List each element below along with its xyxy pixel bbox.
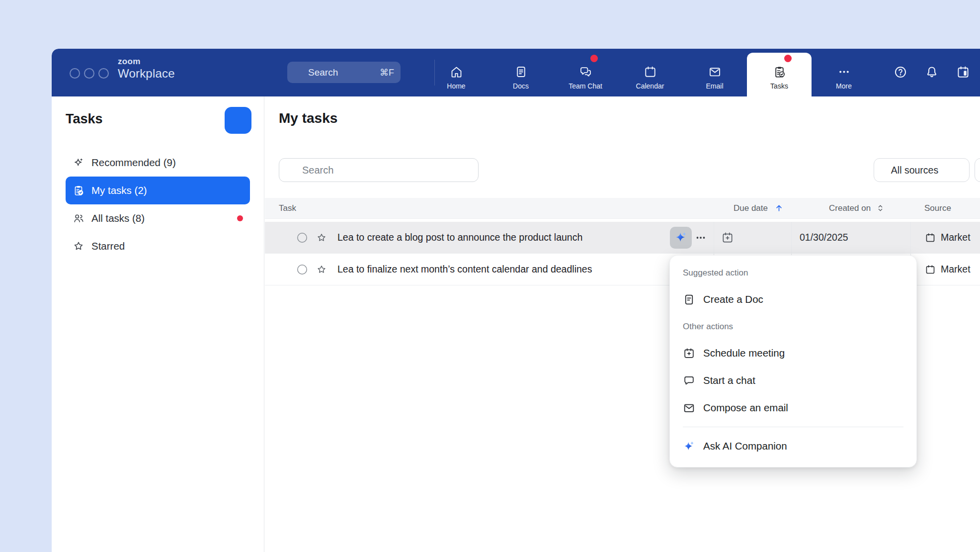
column-header-created-on[interactable]: Created on <box>791 203 910 213</box>
topbar-right-icons <box>894 65 970 79</box>
menu-item-ask-ai-companion[interactable]: Ask AI Companion <box>683 435 903 457</box>
all-sources-dropdown[interactable]: All sources <box>874 158 970 182</box>
table-header: TaskDue dateCreated onSource <box>265 198 980 219</box>
nav-item-label: Home <box>447 82 465 90</box>
people-icon <box>73 212 84 224</box>
sidebar-item-my-tasks[interactable]: My tasks (2) <box>66 177 250 204</box>
sort-both-icon <box>876 204 885 212</box>
calendar-icon <box>925 232 936 243</box>
notification-dot <box>784 55 792 62</box>
help-icon[interactable] <box>894 65 907 79</box>
column-header-source: Source <box>910 203 980 213</box>
nav-item-tasks[interactable]: Tasks <box>747 53 812 96</box>
sidebar-item-label: Recommended (9) <box>91 157 176 169</box>
email-icon <box>708 65 722 79</box>
bell-icon[interactable] <box>925 65 939 79</box>
calendar-panel-icon[interactable] <box>956 65 970 79</box>
menu-item-schedule-meeting[interactable]: Schedule meeting <box>683 342 903 364</box>
source-cell: Market <box>910 222 980 253</box>
calendar-icon <box>644 65 657 79</box>
plus-icon <box>232 114 244 126</box>
clipboard-check-icon <box>73 184 84 196</box>
column-label: Source <box>924 203 951 213</box>
top-bar: zoom Workplace Search ⌘F HomeDocsTeam Ch… <box>52 49 980 96</box>
nav-item-home[interactable]: Home <box>424 49 489 96</box>
menu-divider <box>683 427 903 427</box>
global-search-placeholder: Search <box>308 67 338 78</box>
clipped-filter-button[interactable] <box>975 158 980 182</box>
zoom-workplace-logo: zoom Workplace <box>118 57 175 80</box>
ai-sparkle-icon <box>683 440 695 453</box>
nav-item-label: Team Chat <box>569 82 602 90</box>
calendar-plus-icon <box>683 347 695 360</box>
column-label: Due date <box>734 203 768 213</box>
column-header-due-date[interactable]: Due date <box>714 203 791 213</box>
sidebar-item-label: My tasks (2) <box>91 184 147 196</box>
menu-item-compose-an-email[interactable]: Compose an email <box>683 397 903 419</box>
task-search-input[interactable]: Search <box>279 158 479 182</box>
menu-item-create-a-doc[interactable]: Create a Doc <box>683 288 903 310</box>
search-icon <box>294 68 303 77</box>
sidebar-title: Tasks <box>66 111 103 127</box>
nav-item-email[interactable]: Email <box>682 49 747 96</box>
search-shortcut: ⌘F <box>380 67 394 78</box>
sparkle-icon <box>73 157 84 169</box>
page-title: My tasks <box>279 110 337 126</box>
sidebar-item-label: All tasks (8) <box>91 212 145 224</box>
task-cell: Lea to finalize next month’s content cal… <box>265 254 714 285</box>
menu-item-label: Start a chat <box>703 374 755 386</box>
window-control-minimize[interactable] <box>84 68 94 79</box>
all-sources-label: All sources <box>891 165 938 176</box>
sidebar-item-all-tasks[interactable]: All tasks (8) <box>66 204 250 232</box>
nav-item-team-chat[interactable]: Team Chat <box>553 49 618 96</box>
sidebar-item-starred[interactable]: Starred <box>66 232 250 260</box>
nav-item-label: Docs <box>513 82 529 90</box>
doc-icon <box>683 293 695 306</box>
source-value: Market <box>941 264 971 275</box>
task-cell: Lea to create a blog post to announce th… <box>265 222 714 253</box>
task-actions-menu: Suggested actionCreate a DocOther action… <box>669 255 917 467</box>
app-window: zoom Workplace Search ⌘F HomeDocsTeam Ch… <box>52 49 980 552</box>
plus-icon <box>291 297 304 310</box>
menu-item-label: Schedule meeting <box>703 347 785 359</box>
ai-companion-button[interactable] <box>670 227 692 249</box>
menu-item-label: Compose an email <box>703 402 788 414</box>
nav-item-more[interactable]: More <box>812 49 876 96</box>
menu-item-start-a-chat[interactable]: Start a chat <box>683 369 903 391</box>
menu-section-label: Suggested action <box>683 267 903 279</box>
due-date-add-button[interactable] <box>721 231 734 244</box>
task-checkbox[interactable] <box>296 232 308 244</box>
chat-icon <box>683 374 695 387</box>
nav-item-label: Tasks <box>770 82 788 90</box>
new-task-button[interactable] <box>225 107 251 134</box>
nav-item-calendar[interactable]: Calendar <box>618 49 682 96</box>
window-controls[interactable] <box>70 68 109 79</box>
star-icon[interactable] <box>316 264 327 275</box>
row-more-button[interactable] <box>695 232 707 244</box>
window-control-maximize[interactable] <box>98 68 109 79</box>
sidebar-item-recommended[interactable]: Recommended (9) <box>66 149 250 177</box>
source-cell: Market <box>910 254 980 285</box>
nav-item-label: More <box>836 82 852 90</box>
menu-item-label: Ask AI Companion <box>703 440 787 452</box>
notification-dot <box>590 55 598 62</box>
task-row[interactable]: Lea to create a blog post to announce th… <box>265 222 980 254</box>
ai-sparkle-icon <box>674 231 688 244</box>
chevron-down-icon <box>943 166 952 175</box>
window-control-close[interactable] <box>70 68 80 79</box>
back-icon[interactable] <box>182 67 193 78</box>
sidebar-item-label: Starred <box>91 240 125 252</box>
envelope-icon <box>683 402 695 414</box>
brand-zoom: zoom <box>118 57 175 66</box>
task-checkbox[interactable] <box>296 264 308 276</box>
nav-item-docs[interactable]: Docs <box>489 49 553 96</box>
task-title: Lea to create a blog post to announce th… <box>337 232 582 243</box>
forward-icon[interactable] <box>209 67 220 78</box>
star-icon[interactable] <box>316 232 327 243</box>
task-title: Lea to finalize next month’s content cal… <box>337 264 592 275</box>
nav-item-label: Email <box>706 82 723 90</box>
history-icon[interactable] <box>230 65 243 79</box>
source-value: Market <box>941 232 971 243</box>
global-search-input[interactable]: Search ⌘F <box>287 62 401 83</box>
add-task-row-button[interactable] <box>291 297 304 310</box>
